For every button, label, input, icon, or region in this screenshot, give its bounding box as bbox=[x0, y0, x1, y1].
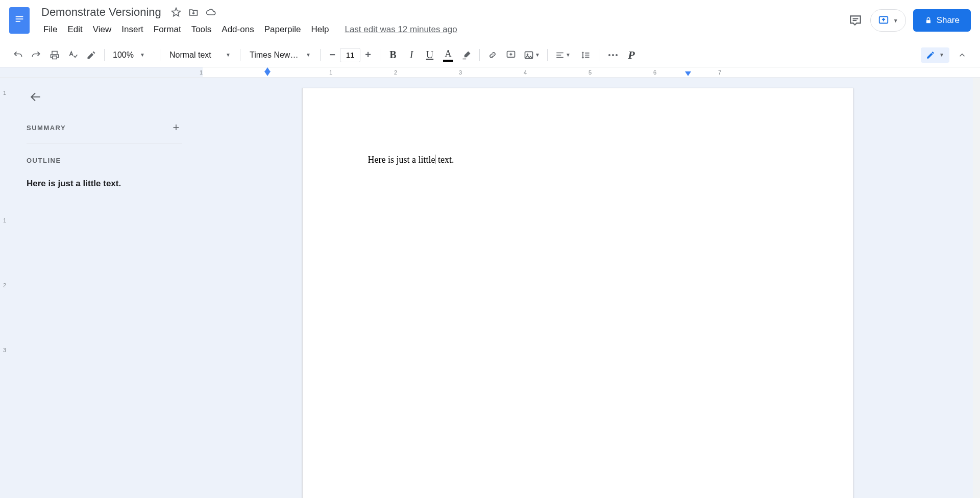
close-outline-button[interactable] bbox=[27, 88, 45, 106]
move-icon[interactable] bbox=[188, 7, 199, 17]
ruler-number: 2 bbox=[394, 69, 397, 76]
svg-rect-1 bbox=[16, 18, 23, 19]
open-comments-button[interactable] bbox=[848, 13, 863, 28]
document-page[interactable]: Here is just a little text. bbox=[302, 88, 853, 498]
caret-down-icon: ▼ bbox=[939, 52, 944, 58]
hide-menus-button[interactable] bbox=[953, 46, 971, 64]
insert-link-button[interactable] bbox=[484, 46, 501, 64]
share-label: Share bbox=[937, 15, 960, 26]
lock-icon bbox=[924, 16, 933, 24]
ruler-number: 7 bbox=[718, 69, 721, 76]
ruler-number: 5 bbox=[589, 69, 592, 76]
zoom-value: 100% bbox=[113, 51, 134, 60]
menu-help[interactable]: Help bbox=[306, 22, 333, 37]
insert-image-button[interactable]: ▼ bbox=[521, 46, 543, 64]
toolbar-separator bbox=[600, 49, 600, 61]
menu-format[interactable]: Format bbox=[149, 22, 186, 37]
toolbar-separator bbox=[160, 49, 160, 61]
menu-insert[interactable]: Insert bbox=[117, 22, 148, 37]
ruler-number: 6 bbox=[653, 69, 656, 76]
highlight-color-button[interactable] bbox=[458, 46, 475, 64]
svg-rect-2 bbox=[16, 21, 20, 22]
bold-button[interactable]: B bbox=[384, 46, 402, 64]
menu-edit[interactable]: Edit bbox=[63, 22, 87, 37]
underline-button[interactable]: U bbox=[421, 46, 438, 64]
right-indent-marker[interactable] bbox=[685, 71, 691, 76]
svg-point-17 bbox=[616, 54, 618, 56]
svg-point-11 bbox=[527, 53, 528, 55]
document-body-text[interactable]: Here is just a little text. bbox=[368, 155, 454, 165]
toolbar-separator bbox=[380, 49, 380, 61]
outline-item[interactable]: Here is just a little text. bbox=[27, 179, 182, 189]
star-icon[interactable] bbox=[171, 7, 181, 17]
redo-button[interactable] bbox=[28, 46, 45, 64]
paperpile-button[interactable]: P bbox=[623, 46, 640, 64]
menu-bar: File Edit View Insert Format Tools Add-o… bbox=[39, 22, 848, 37]
document-icon bbox=[14, 13, 25, 28]
toolbar-right: ▼ bbox=[921, 46, 971, 64]
add-summary-button[interactable]: + bbox=[170, 121, 182, 134]
top-right-actions: ▼ Share bbox=[848, 9, 971, 32]
caret-down-icon: ▼ bbox=[140, 52, 145, 58]
ruler-number: 1 bbox=[329, 69, 332, 76]
print-button[interactable] bbox=[46, 46, 63, 64]
toolbar-separator bbox=[320, 49, 321, 61]
italic-button[interactable]: I bbox=[403, 46, 420, 64]
toolbar-separator bbox=[479, 49, 480, 61]
toolbar-separator bbox=[104, 49, 105, 61]
vertical-scrollbar[interactable] bbox=[973, 78, 980, 498]
menu-view[interactable]: View bbox=[88, 22, 116, 37]
paint-format-button[interactable] bbox=[83, 46, 100, 64]
ruler-number: 4 bbox=[524, 69, 527, 76]
ruler-number: 3 bbox=[459, 69, 462, 76]
svg-point-15 bbox=[608, 54, 610, 56]
font-value: Times New… bbox=[250, 51, 298, 60]
line-spacing-button[interactable] bbox=[575, 46, 596, 64]
font-select[interactable]: Times New… ▼ bbox=[244, 51, 316, 60]
style-value: Normal text bbox=[169, 51, 211, 60]
document-scroll-area[interactable]: Here is just a little text. bbox=[198, 78, 973, 498]
add-comment-button[interactable] bbox=[502, 46, 520, 64]
pencil-icon bbox=[926, 51, 935, 60]
cloud-status-icon[interactable] bbox=[206, 7, 216, 17]
share-button[interactable]: Share bbox=[913, 9, 971, 32]
left-indent-marker[interactable] bbox=[264, 71, 271, 76]
caret-down-icon: ▼ bbox=[226, 52, 231, 58]
font-size-input[interactable] bbox=[340, 48, 360, 62]
caret-down-icon: ▼ bbox=[535, 52, 540, 58]
caret-down-icon: ▼ bbox=[893, 18, 898, 23]
vertical-ruler[interactable]: 1 1 2 3 bbox=[0, 78, 11, 498]
menu-paperpile[interactable]: Paperpile bbox=[260, 22, 306, 37]
document-title[interactable]: Demonstrate Versioning bbox=[39, 4, 164, 20]
title-area: Demonstrate Versioning File Edit View In… bbox=[39, 4, 848, 37]
editing-mode-button[interactable]: ▼ bbox=[921, 47, 949, 63]
spellcheck-button[interactable] bbox=[64, 46, 82, 64]
toolbar: 100% ▼ Normal text ▼ Times New… ▼ − + B … bbox=[0, 43, 980, 67]
svg-rect-6 bbox=[926, 20, 930, 23]
horizontal-ruler[interactable]: 1 1 2 3 4 5 6 7 bbox=[0, 67, 980, 78]
text-color-button[interactable]: A bbox=[439, 46, 457, 64]
toolbar-separator bbox=[240, 49, 240, 61]
main-area: 1 1 2 3 SUMMARY + OUTLINE Here is just a… bbox=[0, 78, 980, 498]
svg-rect-0 bbox=[16, 16, 23, 17]
title-bar: Demonstrate Versioning File Edit View In… bbox=[0, 0, 980, 43]
undo-button[interactable] bbox=[9, 46, 27, 64]
caret-down-icon: ▼ bbox=[566, 52, 571, 58]
font-size-control: − + bbox=[325, 47, 376, 63]
menu-addons[interactable]: Add-ons bbox=[217, 22, 258, 37]
increase-font-size-button[interactable]: + bbox=[360, 47, 376, 63]
svg-point-16 bbox=[612, 54, 614, 56]
align-button[interactable]: ▼ bbox=[552, 46, 574, 64]
paragraph-style-select[interactable]: Normal text ▼ bbox=[164, 51, 236, 60]
toolbar-separator bbox=[547, 49, 548, 61]
present-button[interactable]: ▼ bbox=[870, 9, 906, 32]
last-edit-link[interactable]: Last edit was 12 minutes ago bbox=[345, 24, 457, 35]
ruler-number: 1 bbox=[200, 69, 203, 76]
menu-file[interactable]: File bbox=[39, 22, 62, 37]
decrease-font-size-button[interactable]: − bbox=[325, 47, 340, 63]
outline-heading: OUTLINE bbox=[27, 157, 182, 164]
more-tools-button[interactable] bbox=[604, 46, 622, 64]
menu-tools[interactable]: Tools bbox=[187, 22, 216, 37]
zoom-select[interactable]: 100% ▼ bbox=[109, 51, 156, 60]
docs-app-icon[interactable] bbox=[9, 7, 30, 34]
